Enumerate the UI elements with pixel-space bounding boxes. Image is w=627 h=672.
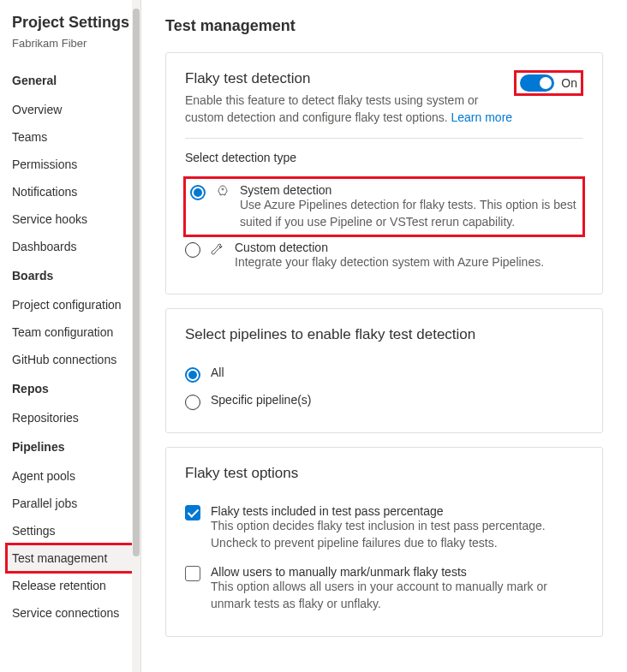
sidebar-item-team-configuration[interactable]: Team configuration [7, 318, 140, 346]
scrollbar-thumb[interactable] [133, 9, 140, 556]
flaky-title: Flaky test detection [185, 70, 514, 87]
svg-point-0 [222, 188, 224, 190]
flaky-description: Enable this feature to detect flaky test… [185, 92, 514, 126]
flaky-options-card: Flaky test options Flaky tests included … [165, 447, 603, 637]
opt2-checkbox[interactable] [185, 566, 200, 581]
learn-more-link[interactable]: Learn more [451, 110, 513, 124]
sidebar-item-test-management[interactable]: Test management [7, 544, 140, 572]
pipelines-specific-option[interactable]: Specific pipeline(s) [185, 388, 583, 415]
opt1-title: Flaky tests included in test pass percen… [211, 504, 583, 518]
pipelines-specific-radio[interactable] [185, 395, 200, 410]
flaky-detection-card: Flaky test detection Enable this feature… [165, 52, 603, 294]
toggle-label: On [561, 76, 577, 90]
sidebar-item-parallel-jobs[interactable]: Parallel jobs [7, 490, 140, 517]
sidebar-item-repositories[interactable]: Repositories [7, 404, 140, 431]
custom-detection-option[interactable]: Custom detection Integrate your flaky de… [185, 235, 583, 277]
sidebar-subtitle: Fabrikam Fiber [7, 37, 140, 50]
sidebar-item-project-configuration[interactable]: Project configuration [7, 291, 140, 318]
system-detection-option[interactable]: System detection Use Azure Pipelines det… [185, 178, 583, 235]
page-title: Test management [165, 17, 603, 35]
opt1-row[interactable]: Flaky tests included in test pass percen… [185, 497, 583, 558]
pipelines-title: Select pipelines to enable flaky test de… [185, 326, 583, 343]
pipelines-specific-label: Specific pipeline(s) [211, 393, 312, 407]
sidebar-item-overview[interactable]: Overview [7, 96, 140, 123]
sidebar-item-teams[interactable]: Teams [7, 123, 140, 151]
main-content: Test management Flaky test detection Ena… [141, 0, 627, 672]
flaky-toggle[interactable] [520, 74, 554, 92]
system-detection-title: System detection [240, 183, 578, 197]
sidebar-item-dashboards[interactable]: Dashboards [7, 233, 140, 260]
scrollbar-track[interactable] [132, 0, 140, 672]
opt2-title: Allow users to manually mark/unmark flak… [211, 565, 583, 579]
sidebar-item-agent-pools[interactable]: Agent pools [7, 462, 140, 490]
opt1-desc: This option decides flaky test inclusion… [211, 518, 583, 551]
custom-detection-title: Custom detection [235, 241, 583, 254]
sidebar-item-notifications[interactable]: Notifications [7, 178, 140, 205]
sidebar-item-service-connections[interactable]: Service connections [7, 599, 140, 627]
sidebar: Project Settings Fabrikam Fiber GeneralO… [0, 0, 141, 672]
opt1-checkbox[interactable] [185, 505, 200, 520]
system-detection-desc: Use Azure Pipelines detection for flaky … [240, 197, 578, 230]
sidebar-group-header[interactable]: Repos [7, 373, 140, 404]
sidebar-group-header[interactable]: General [7, 65, 140, 96]
rocket-icon [216, 185, 230, 199]
custom-detection-desc: Integrate your flaky detection system wi… [235, 254, 583, 271]
sidebar-title: Project Settings [7, 14, 140, 32]
pipelines-all-radio[interactable] [185, 367, 200, 383]
sidebar-item-release-retention[interactable]: Release retention [7, 572, 140, 599]
opt2-row[interactable]: Allow users to manually mark/unmark flak… [185, 558, 583, 619]
flaky-toggle-wrap: On [514, 70, 583, 96]
custom-detection-radio[interactable] [185, 242, 200, 258]
detection-type-header: Select detection type [185, 151, 583, 164]
options-title: Flaky test options [185, 465, 583, 482]
pipelines-all-option[interactable]: All [185, 360, 583, 388]
wrench-icon [211, 242, 224, 256]
sidebar-group-header[interactable]: Pipelines [7, 431, 140, 462]
pipelines-card: Select pipelines to enable flaky test de… [165, 308, 603, 433]
sidebar-item-settings[interactable]: Settings [7, 517, 140, 544]
system-detection-radio[interactable] [190, 185, 206, 200]
sidebar-item-github-connections[interactable]: GitHub connections [7, 346, 140, 373]
opt2-desc: This option allows all users in your acc… [211, 579, 583, 612]
sidebar-group-header[interactable]: Boards [7, 260, 140, 291]
pipelines-all-label: All [211, 366, 224, 379]
sidebar-item-permissions[interactable]: Permissions [7, 151, 140, 178]
sidebar-item-service-hooks[interactable]: Service hooks [7, 205, 140, 233]
